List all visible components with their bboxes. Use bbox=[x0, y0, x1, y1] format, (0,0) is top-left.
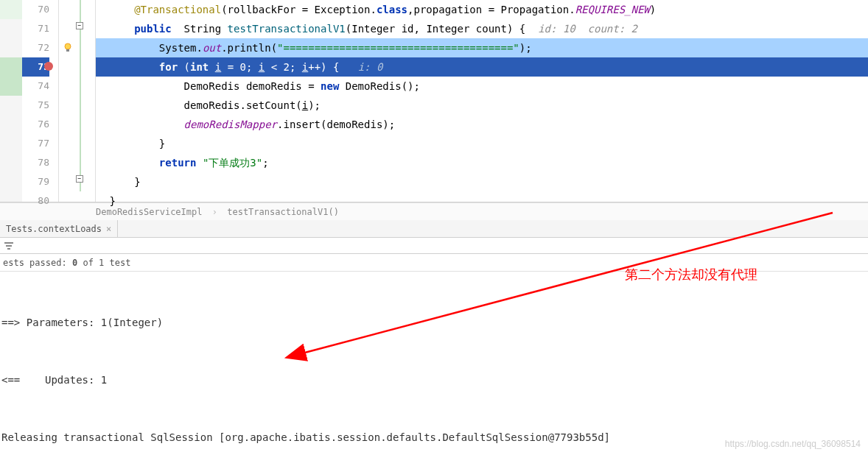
line-number[interactable]: 79 bbox=[22, 172, 49, 191]
code-editor[interactable]: 70 71 72 73 74 75 76 77 78 79 80 − − @Tr… bbox=[0, 0, 868, 202]
line-number[interactable]: 76 bbox=[22, 115, 49, 134]
fold-marker-icon[interactable]: − bbox=[76, 22, 83, 29]
svg-rect-3 bbox=[4, 242, 13, 244]
watermark: https://blog.csdn.net/qq_36098514 bbox=[725, 439, 861, 449]
run-tab[interactable]: Tests.contextLoads × bbox=[0, 220, 118, 237]
svg-rect-4 bbox=[6, 245, 12, 247]
run-tab-bar: Tests.contextLoads × bbox=[0, 220, 868, 238]
code-line-execution[interactable]: for (int i = 0; i < 2; i++) { i: 0 bbox=[96, 57, 868, 77]
code-line[interactable]: demoRedisMapper.insert(demoRedis); bbox=[96, 115, 868, 134]
code-line[interactable]: DemoRedis demoRedis = new DemoRedis(); bbox=[96, 77, 868, 96]
code-line-selected[interactable]: System.out.println("====================… bbox=[96, 38, 868, 57]
test-toolbar bbox=[0, 238, 868, 254]
fold-marker-icon[interactable]: − bbox=[76, 175, 83, 183]
code-line[interactable]: } bbox=[96, 134, 868, 153]
line-number[interactable]: 74 bbox=[22, 77, 49, 96]
status-count: 0 bbox=[72, 258, 77, 268]
close-icon[interactable]: × bbox=[106, 220, 111, 238]
line-number[interactable]: 77 bbox=[22, 134, 49, 153]
line-number[interactable]: 75 bbox=[22, 96, 49, 115]
status-label: ests passed: bbox=[3, 258, 67, 268]
svg-rect-1 bbox=[66, 49, 69, 52]
console-line: <== Updates: 1 bbox=[0, 370, 868, 389]
console-output[interactable]: ==> Parameters: 1(Integer) <== Updates: … bbox=[0, 272, 868, 452]
annotation-label: 第二个方法却没有代理 bbox=[625, 266, 757, 283]
code-content[interactable]: @Transactional(rollbackFor = Exception.c… bbox=[96, 0, 868, 202]
lightbulb-icon[interactable] bbox=[62, 41, 75, 54]
line-number-gutter[interactable]: 70 71 72 73 74 75 76 77 78 79 80 bbox=[22, 0, 59, 202]
filter-icon[interactable] bbox=[3, 240, 15, 252]
gutter-icons: − − bbox=[59, 0, 96, 202]
svg-point-0 bbox=[65, 43, 71, 49]
code-line[interactable]: } bbox=[96, 191, 868, 211]
code-line[interactable]: public String testTransactionalV1(Intege… bbox=[96, 19, 868, 38]
status-total: of 1 test bbox=[83, 258, 130, 268]
svg-point-2 bbox=[44, 62, 53, 71]
marker-gutter bbox=[0, 0, 22, 202]
console-line: ==> Parameters: 1(Integer) bbox=[0, 313, 868, 332]
tab-label: Tests.contextLoads bbox=[6, 220, 102, 238]
code-line[interactable]: return "下单成功3"; bbox=[96, 153, 868, 172]
svg-rect-5 bbox=[7, 248, 10, 250]
line-number[interactable]: 70 bbox=[22, 0, 49, 19]
line-number[interactable]: 78 bbox=[22, 153, 49, 172]
line-number[interactable]: 71 bbox=[22, 19, 49, 38]
line-number[interactable]: 80 bbox=[22, 191, 49, 211]
code-line[interactable]: demoRedis.setCount(i); bbox=[96, 96, 868, 115]
code-line[interactable]: } bbox=[96, 172, 868, 191]
code-line[interactable]: @Transactional(rollbackFor = Exception.c… bbox=[96, 0, 868, 19]
line-number[interactable]: 72 bbox=[22, 38, 49, 57]
breakpoint-icon[interactable] bbox=[43, 60, 56, 74]
